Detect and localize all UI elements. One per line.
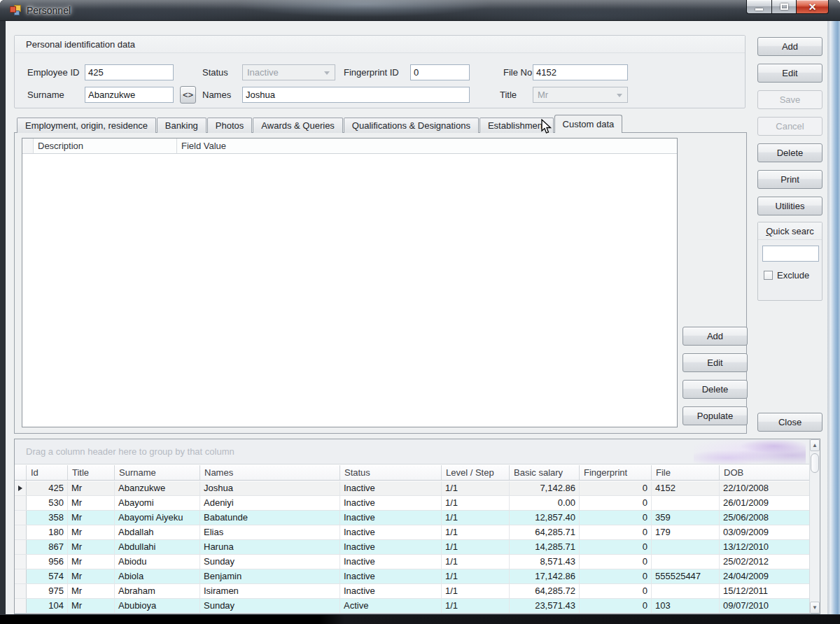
cell-status: Inactive: [340, 496, 442, 510]
close-window-button[interactable]: ✕: [797, 0, 829, 14]
cell-id: 867: [27, 540, 68, 554]
tab[interactable]: Employment, origin, residence: [17, 118, 156, 133]
sidebar-button[interactable]: Edit: [757, 64, 822, 83]
tab[interactable]: Awards & Queries: [253, 118, 343, 133]
fingerprint-id-field[interactable]: [410, 64, 470, 80]
quick-search-group: Quick searc Exclude: [757, 222, 822, 301]
sidebar-button[interactable]: Add: [757, 37, 822, 56]
titlebar[interactable]: Personnel ✕: [0, 0, 840, 21]
cell-names: Isiramen: [200, 584, 340, 598]
personnel-window: Personnel ✕ Personal identification data…: [0, 0, 840, 624]
cell-names: Benjamin: [200, 569, 340, 583]
cell-file: [652, 555, 720, 569]
table-row[interactable]: 180 Mr Abdallah Elias Inactive 1/1 64,28…: [15, 525, 809, 540]
cell-id: 104: [27, 599, 68, 613]
cell-title: Mr: [68, 540, 115, 554]
vertical-scrollbar[interactable]: ▲ ▼: [809, 439, 820, 614]
cell-file: [652, 584, 720, 598]
table-row[interactable]: 104 Mr Abubioya Sunday Active 1/1 23,571…: [15, 599, 809, 614]
row-indicator-cell: [15, 584, 27, 598]
cell-id: 574: [27, 569, 68, 583]
scroll-down-icon[interactable]: ▼: [810, 602, 820, 614]
custom-data-button[interactable]: Edit: [682, 353, 748, 372]
cell-file: 103: [652, 599, 720, 613]
table-row[interactable]: 425 Mr Abanzukwe Joshua Inactive 1/1 7,1…: [15, 481, 809, 496]
column-header-surname[interactable]: Surname: [115, 465, 200, 480]
sidebar-button[interactable]: Save: [757, 90, 822, 109]
table-row[interactable]: 574 Mr Abiola Benjamin Inactive 1/1 17,1…: [15, 569, 809, 584]
cell-title: Mr: [68, 496, 115, 510]
window-bottom-border: [0, 614, 840, 624]
header-indicator-cell: [22, 139, 34, 153]
table-row[interactable]: 358 Mr Abayomi Aiyeku Babatunde Inactive…: [15, 511, 809, 525]
column-header-dob[interactable]: DOB: [720, 465, 809, 480]
exclude-checkbox[interactable]: [764, 271, 773, 280]
table-row[interactable]: 975 Mr Abraham Isiramen Inactive 1/1 64,…: [15, 584, 809, 599]
custom-data-grid[interactable]: Description Field Value: [22, 138, 678, 427]
cell-status: Inactive: [340, 481, 442, 495]
cell-title: Mr: [68, 555, 115, 569]
cell-dob: 25/06/2008: [720, 511, 809, 525]
column-header-file[interactable]: File: [652, 465, 720, 480]
column-header-status[interactable]: Status: [340, 465, 442, 480]
cell-title: Mr: [68, 599, 115, 613]
sidebar-button[interactable]: Delete: [757, 143, 822, 162]
table-row[interactable]: 956 Mr Abiodu Sunday Inactive 1/1 8,571.…: [15, 555, 809, 569]
column-header-fingerprint[interactable]: Fingerprint: [580, 465, 652, 480]
window-right-border: [827, 21, 840, 614]
cell-surname: Abdallah: [115, 525, 200, 539]
column-header-names[interactable]: Names: [200, 465, 340, 480]
cell-file: 4152: [652, 481, 720, 495]
custom-data-button[interactable]: Populate: [682, 406, 748, 425]
cell-file: [652, 496, 720, 510]
column-header-basic-salary[interactable]: Basic salary: [510, 465, 580, 480]
table-row[interactable]: 867 Mr Abdullahi Haruna Inactive 1/1 14,…: [15, 540, 809, 555]
cell-names: Sunday: [200, 599, 340, 613]
custom-data-button[interactable]: Delete: [682, 380, 748, 399]
cell-fingerprint: 0: [580, 525, 652, 539]
scroll-up-icon[interactable]: ▲: [810, 439, 820, 451]
quick-search-title: Quick searc: [758, 222, 822, 240]
column-header-level-step[interactable]: Level / Step: [442, 465, 510, 480]
cell-fingerprint: 0: [580, 569, 652, 583]
current-row-arrow-icon: [18, 485, 22, 491]
sidebar-button[interactable]: Print: [757, 170, 822, 189]
quick-search-input[interactable]: [762, 246, 819, 262]
mouse-cursor: [539, 119, 553, 134]
tab-strip: Employment, origin, residence Banking Ph…: [17, 115, 623, 133]
swap-names-button[interactable]: <>: [180, 86, 196, 104]
row-indicator-cell: [15, 555, 27, 569]
minimize-button[interactable]: [746, 0, 771, 14]
cell-names: Haruna: [200, 540, 340, 554]
maximize-button[interactable]: [771, 0, 797, 14]
group-by-drop-zone[interactable]: Drag a column header here to group by th…: [15, 439, 820, 465]
cell-fingerprint: 0: [580, 555, 652, 569]
row-indicator-cell: [15, 481, 27, 495]
tab[interactable]: Custom data: [554, 115, 623, 133]
column-header-description[interactable]: Description: [34, 139, 177, 153]
tab[interactable]: Photos: [207, 118, 252, 133]
row-indicator-cell: [15, 540, 27, 554]
column-header-field-value[interactable]: Field Value: [177, 139, 677, 153]
employee-id-field[interactable]: [85, 64, 174, 80]
names-field[interactable]: [242, 87, 470, 103]
file-no-field[interactable]: [533, 64, 628, 80]
surname-field[interactable]: [85, 87, 174, 103]
file-no-label: File No.: [503, 64, 535, 80]
sidebar-button[interactable]: Cancel: [757, 117, 822, 136]
cell-level-step: 1/1: [442, 569, 510, 583]
cell-level-step: 1/1: [442, 525, 510, 539]
close-button[interactable]: Close: [757, 413, 822, 432]
column-header-title[interactable]: Title: [68, 465, 115, 480]
cell-dob: 25/02/2012: [720, 555, 809, 569]
table-row[interactable]: 530 Mr Abayomi Adeniyi Inactive 1/1 0.00…: [15, 496, 809, 511]
cell-surname: Abiodu: [115, 555, 200, 569]
custom-data-button[interactable]: Add: [682, 327, 748, 346]
scrollbar-thumb[interactable]: [811, 453, 819, 473]
tab[interactable]: Qualifications & Designations: [344, 118, 479, 133]
cell-status: Inactive: [340, 511, 442, 525]
sidebar-button[interactable]: Utilities: [757, 197, 822, 215]
column-header-id[interactable]: Id: [27, 465, 68, 480]
tab[interactable]: Banking: [157, 118, 206, 133]
custom-data-tab-page: Description Field Value Add Edit Delete …: [14, 132, 747, 434]
